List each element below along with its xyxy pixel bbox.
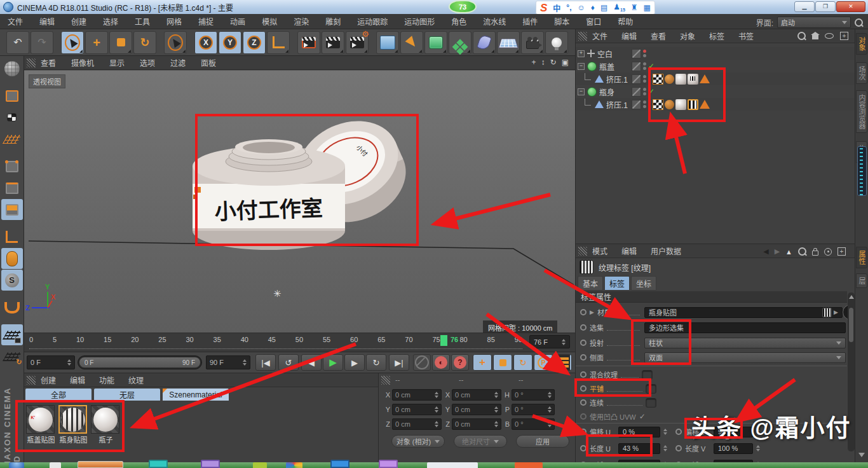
tab-all[interactable]: 全部 — [25, 389, 92, 401]
visibility-dots[interactable] — [643, 88, 646, 95]
anim-dot[interactable] — [580, 324, 587, 331]
record-help-icon[interactable]: ? — [451, 354, 469, 371]
enable-axis-icon[interactable] — [1, 226, 23, 247]
anim-dot[interactable] — [580, 340, 587, 346]
material-cap[interactable]: K' 瓶盖贴图 — [26, 405, 56, 444]
previous-frame-icon[interactable]: ◀ — [301, 354, 322, 371]
texture-tag-cap-icon[interactable] — [675, 99, 686, 110]
menu-item[interactable]: 脚本 — [554, 16, 569, 27]
parent-icon[interactable]: ▲ — [785, 248, 792, 256]
material-menu-item[interactable]: 功能 — [99, 375, 114, 385]
anim-dot[interactable] — [675, 429, 682, 435]
size-y-field[interactable]: 0 cm — [452, 404, 501, 415]
tab-layers[interactable]: 层 — [856, 273, 867, 288]
object-row-extrude-body[interactable]: 挤压.1 — [576, 98, 855, 111]
target-icon[interactable] — [824, 248, 832, 256]
windows-taskbar[interactable] — [0, 462, 868, 468]
magnet-icon[interactable] — [1, 297, 23, 318]
panel-grip[interactable] — [381, 376, 390, 385]
object-row-null[interactable]: + 空白 — [576, 47, 855, 60]
object-row-body[interactable]: − 瓶身 ✓ — [576, 85, 855, 98]
history-forward-icon[interactable]: ▶ — [775, 247, 780, 256]
object-row-extrude-cap[interactable]: 挤压.1 — [576, 72, 855, 85]
last-tool-icon[interactable] — [164, 31, 187, 54]
punctuation-icon[interactable]: °, — [566, 3, 571, 12]
object-row-cap[interactable]: − 瓶盖 ✓ — [576, 60, 855, 72]
object-menu-item[interactable]: 文件 — [592, 31, 607, 41]
record-position-icon[interactable]: + — [473, 354, 492, 371]
add-icon[interactable]: + — [840, 32, 848, 40]
search-icon[interactable] — [797, 32, 806, 40]
start-orb[interactable] — [9, 462, 24, 468]
viewport-menu-item[interactable]: 过滤 — [170, 57, 186, 68]
start-frame-field[interactable]: 0 F — [27, 355, 75, 369]
material-bottle[interactable]: 瓶子 — [91, 405, 121, 444]
side-dropdown[interactable]: 双面 — [644, 352, 846, 363]
deformer-icon[interactable] — [473, 31, 496, 54]
anim-dot[interactable] — [580, 445, 587, 451]
expand-icon[interactable]: + — [578, 50, 585, 57]
history-back-icon[interactable]: ◀ — [763, 247, 768, 256]
attribute-menu-item[interactable]: 用户数据 — [651, 245, 681, 256]
render-settings-icon[interactable]: ⚙ — [346, 31, 369, 54]
workplane-rotate-icon[interactable]: ↻ — [1, 346, 23, 367]
current-frame-field[interactable]: 76 F — [529, 335, 570, 348]
mic-icon[interactable]: ♦ — [591, 3, 595, 12]
tab-no-layer[interactable]: 无层 — [94, 389, 160, 401]
live-selection-icon[interactable] — [61, 31, 84, 54]
menu-item[interactable]: 网格 — [166, 16, 182, 27]
layer-box[interactable] — [632, 49, 641, 59]
tab-szenenmaterial[interactable]: Szenenmaterial — [163, 389, 229, 401]
menu-item[interactable]: 选择 — [103, 16, 118, 27]
menu-item[interactable]: 模拟 — [262, 16, 277, 27]
pos-x-field[interactable]: 0 cm — [392, 389, 442, 401]
points-mode-icon[interactable] — [1, 156, 23, 177]
menu-item[interactable]: 插件 — [522, 16, 538, 27]
record-sound-icon[interactable] — [413, 354, 431, 371]
tab-coords[interactable]: 坐标 — [631, 276, 656, 291]
subdivision-icon[interactable] — [424, 31, 447, 54]
object-menu-item[interactable]: 书签 — [738, 31, 754, 41]
pos-y-field[interactable]: 0 cm — [392, 404, 442, 415]
menu-item[interactable]: 动画 — [230, 16, 245, 27]
visibility-dots[interactable] — [643, 100, 646, 108]
section-tag-properties[interactable]: 标签属性 — [576, 291, 847, 303]
viewport-menu-item[interactable]: 面板 — [201, 57, 216, 68]
attribute-menu-item[interactable]: 编辑 — [621, 245, 637, 256]
account-icon[interactable]: ♟15 — [613, 3, 625, 12]
camera-icon[interactable] — [521, 31, 544, 54]
material-menu-item[interactable]: 编辑 — [70, 375, 85, 385]
lock-z-icon[interactable]: Z — [243, 31, 266, 54]
texture-mode-icon[interactable] — [1, 107, 23, 128]
close-button[interactable]: ✕ — [836, 1, 865, 12]
phong-tag-icon[interactable] — [665, 100, 674, 109]
length-v-field[interactable]: 100 % — [714, 443, 753, 454]
visibility-dots[interactable] — [643, 75, 646, 83]
maximize-button[interactable]: ❐ — [815, 1, 836, 12]
object-menu-item[interactable]: 编辑 — [621, 31, 637, 41]
end-frame-field[interactable]: 90 F — [206, 355, 250, 369]
collapse-icon[interactable]: − — [578, 63, 585, 70]
seamless-checkbox[interactable] — [646, 398, 656, 408]
layer-box[interactable] — [632, 100, 641, 109]
menu-item[interactable]: 渲染 — [294, 16, 309, 27]
search-icon[interactable] — [855, 18, 863, 27]
cloner-icon[interactable] — [449, 31, 471, 54]
lock-x-icon[interactable]: X — [194, 31, 217, 54]
uvw-tag-icon[interactable] — [653, 74, 663, 85]
view-zoom-icon[interactable]: ↕ — [541, 58, 545, 67]
texture-tag-body-icon[interactable] — [688, 74, 698, 85]
bump-checkmark-icon[interactable]: ✓ — [639, 412, 646, 421]
anim-dot[interactable] — [580, 354, 587, 361]
keyframe-selection-icon[interactable] — [555, 354, 572, 371]
attribute-menu-item[interactable]: 模式 — [592, 245, 607, 256]
edges-mode-icon[interactable] — [1, 177, 23, 198]
viewport-solo-icon[interactable] — [1, 248, 23, 269]
tab-content-browser[interactable]: 内容浏览器 — [856, 90, 867, 133]
scroll-down-icon[interactable] — [858, 453, 865, 457]
move-icon[interactable]: + — [85, 31, 108, 54]
polygon-selection-tag-icon[interactable] — [700, 74, 710, 83]
polygon-selection-tag-icon[interactable] — [700, 100, 710, 109]
apply-button[interactable]: 应用 — [516, 435, 569, 448]
redo-icon[interactable]: ↷ — [31, 31, 53, 54]
